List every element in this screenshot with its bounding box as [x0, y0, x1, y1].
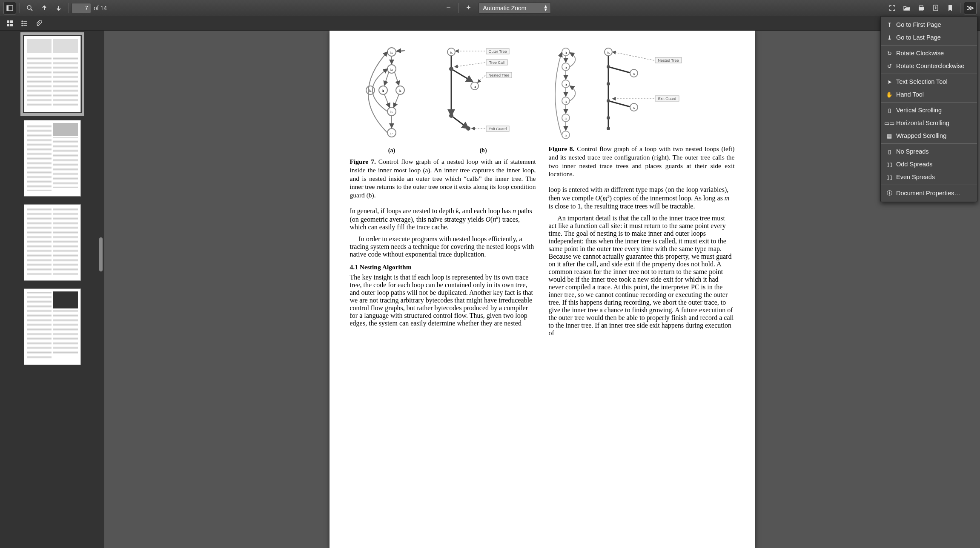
menu-text-select[interactable]: ➤Text Selection Tool [881, 75, 977, 88]
svg-text:i₅: i₅ [390, 110, 393, 114]
menu-horizontal-scroll[interactable]: ▭▭Horizontal Scrolling [881, 117, 977, 129]
fullscreen-button[interactable] [886, 2, 899, 14]
svg-point-14 [22, 23, 23, 24]
prev-page-button[interactable] [38, 2, 51, 14]
svg-point-86 [607, 127, 610, 130]
pdf-page: i₁ i₂ i₄ i₃ i₄ i₅ i₇ [330, 31, 755, 548]
open-file-button[interactable] [900, 2, 913, 14]
even-spread-icon: ▯▯ [886, 174, 893, 180]
sidebar-toggle-button[interactable] [3, 2, 16, 14]
svg-point-84 [607, 99, 610, 103]
single-page-icon: ▯ [886, 148, 893, 155]
menu-vertical-scroll[interactable]: ▯Vertical Scrolling [881, 104, 977, 117]
svg-rect-10 [7, 24, 9, 26]
body-text: In general, if loops are nested to depth… [350, 207, 536, 231]
bookmark-button[interactable] [944, 2, 957, 14]
secondary-toolbar-menu: ⤒Go to First Page ⤓Go to Last Page ↻Rota… [880, 16, 977, 202]
svg-text:t₂: t₂ [633, 72, 635, 76]
zoom-in-button[interactable]: + [462, 2, 475, 14]
outline-tab[interactable] [18, 17, 31, 30]
page-number-input[interactable] [72, 3, 91, 13]
body-text: loop is entered with m different type ma… [549, 186, 735, 210]
svg-point-16 [22, 25, 23, 26]
svg-point-83 [607, 82, 610, 86]
chevron-updown-icon: ▲▼ [544, 5, 548, 11]
svg-line-40 [451, 69, 473, 82]
page-viewport[interactable]: i₁ i₂ i₄ i₃ i₄ i₅ i₇ [104, 31, 980, 548]
zoom-select[interactable]: Automatic Zoom ▲▼ [479, 3, 551, 14]
svg-text:i₄: i₄ [565, 100, 567, 103]
menu-doc-properties[interactable]: ⓘDocument Properties… [881, 186, 977, 200]
svg-text:i₄: i₄ [399, 88, 402, 93]
svg-point-85 [607, 116, 610, 120]
svg-text:i₂: i₂ [565, 66, 567, 69]
more-tools-button[interactable]: ≫ [964, 2, 977, 14]
zoom-select-label: Automatic Zoom [483, 5, 527, 11]
cursor-icon: ➤ [886, 79, 893, 85]
main-toolbar: of 14 − + Automatic Zoom ▲▼ ≫ [0, 0, 980, 16]
figure-8-caption: Figure 8. Control flow graph of a loop w… [549, 145, 735, 178]
svg-text:i₁: i₁ [390, 50, 393, 54]
thumbnails-tab[interactable] [3, 17, 16, 30]
main-area: i₁ i₂ i₄ i₃ i₄ i₅ i₇ [0, 31, 980, 548]
page-count-label: of 14 [94, 5, 107, 11]
svg-text:i₆: i₆ [565, 134, 567, 137]
attachments-tab[interactable] [32, 17, 45, 30]
w-scroll-icon: ▦ [886, 133, 893, 139]
svg-line-33 [384, 72, 389, 85]
print-button[interactable] [915, 2, 928, 14]
odd-spread-icon: ▯▯ [886, 161, 893, 168]
go-top-icon: ⤒ [886, 22, 893, 28]
svg-text:Nested Tree: Nested Tree [488, 73, 509, 77]
svg-text:Tree Call: Tree Call [489, 60, 504, 65]
svg-text:i₂: i₂ [390, 67, 393, 71]
search-button[interactable] [23, 2, 36, 14]
menu-even-spreads[interactable]: ▯▯Even Spreads [881, 171, 977, 183]
go-bottom-icon: ⤓ [886, 34, 893, 41]
v-scroll-icon: ▯ [886, 107, 893, 114]
svg-rect-8 [7, 20, 9, 23]
thumbnail-page-9[interactable] [24, 204, 81, 281]
svg-text:t₁: t₁ [607, 51, 609, 54]
svg-text:i₁: i₁ [565, 51, 567, 54]
menu-rotate-ccw[interactable]: ↺Rotate Counterclockwise [881, 60, 977, 72]
thumbnail-page-8[interactable] [24, 120, 81, 197]
menu-hand-tool[interactable]: ✋Hand Tool [881, 88, 977, 101]
thumbnail-page-7[interactable] [24, 36, 81, 112]
menu-rotate-cw[interactable]: ↻Rotate Clockwise [881, 47, 977, 60]
menu-odd-spreads[interactable]: ▯▯Odd Spreads [881, 158, 977, 171]
figure-7-caption: Figure 7. Control flow graph of a nested… [350, 157, 536, 200]
svg-rect-9 [10, 20, 13, 23]
svg-point-12 [22, 21, 23, 22]
zoom-out-button[interactable]: − [442, 2, 455, 14]
menu-no-spreads[interactable]: ▯No Spreads [881, 145, 977, 158]
next-page-button[interactable] [52, 2, 65, 14]
body-text: An important detail is that the call to … [549, 214, 735, 337]
svg-text:i₃: i₃ [565, 83, 567, 86]
download-button[interactable] [929, 2, 942, 14]
menu-first-page[interactable]: ⤒Go to First Page [881, 18, 977, 31]
svg-rect-1 [7, 6, 9, 11]
thumbnail-pane[interactable] [0, 31, 104, 548]
hand-icon: ✋ [886, 91, 893, 98]
rotate-cw-icon: ↻ [886, 50, 893, 57]
svg-text:i₄: i₄ [369, 88, 372, 93]
menu-wrapped-scroll[interactable]: ▦Wrapped Scrolling [881, 129, 977, 142]
svg-line-3 [31, 9, 32, 11]
svg-rect-4 [920, 6, 923, 7]
svg-rect-11 [10, 24, 13, 26]
info-icon: ⓘ [886, 189, 893, 197]
svg-text:Outer Tree: Outer Tree [488, 49, 507, 54]
figure-7a-label: (a) [362, 147, 421, 154]
svg-line-75 [608, 101, 632, 107]
thumbnail-scrollbar[interactable] [99, 237, 103, 271]
svg-line-36 [394, 94, 399, 107]
sidebar-tabs [0, 16, 980, 31]
svg-text:Exit Guard: Exit Guard [658, 97, 676, 101]
body-text: In order to execute programs with nested… [350, 235, 536, 258]
thumbnail-page-10[interactable] [24, 288, 81, 365]
svg-line-35 [384, 94, 390, 107]
menu-last-page[interactable]: ⤓Go to Last Page [881, 31, 977, 44]
svg-text:t₂: t₂ [473, 85, 476, 88]
svg-text:i₃: i₃ [382, 88, 385, 93]
